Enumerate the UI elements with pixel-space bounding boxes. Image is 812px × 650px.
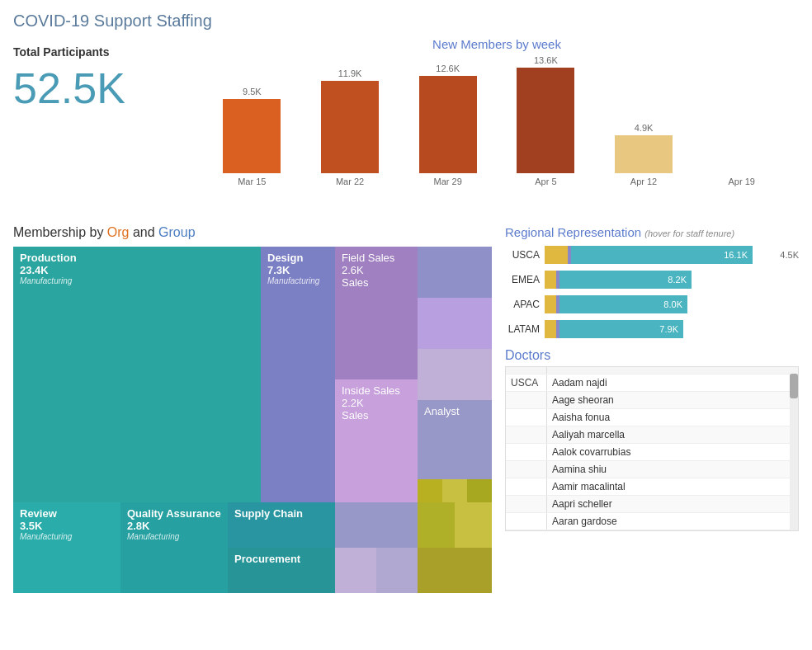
region-bar-latam: 7.9K — [545, 320, 776, 338]
treemap-procurement: Procurement — [228, 548, 335, 593]
membership-org: Org — [107, 225, 130, 239]
bar-group-1: 11.9KMar 22 — [301, 68, 399, 186]
dr-name: Aage sheoran — [547, 392, 798, 408]
total-participants-label: Total Participants — [13, 45, 178, 59]
procurement-name: Procurement — [234, 553, 328, 565]
doctors-table-header — [506, 367, 798, 374]
qa-name: Quality Assurance — [127, 507, 221, 520]
bar-chart-section: New Members by week 9.5KMar 1511.9KMar 2… — [195, 37, 799, 219]
doctors-row[interactable]: Aaran gardose — [506, 512, 798, 530]
field-sales-sub: Sales — [342, 276, 411, 289]
doctors-row[interactable]: Aaraon roosevelt — [506, 530, 798, 530]
total-participants-panel: Total Participants 52.5K — [13, 37, 178, 219]
doctors-row[interactable]: USCAAadam najdi — [506, 374, 798, 391]
qa-sub: Manufacturing — [127, 532, 221, 541]
dr-name: Aamina shiu — [547, 461, 798, 478]
bar-group-0: 9.5KMar 15 — [203, 87, 301, 186]
top-section: Total Participants 52.5K New Members by … — [0, 37, 812, 219]
dr-region — [506, 478, 547, 495]
region-label-usca: USCA — [505, 249, 540, 261]
latam-bar2: 7.9K — [559, 320, 683, 338]
latam-bar1 — [545, 320, 556, 338]
dr-name: Aapri scheller — [547, 496, 798, 512]
dr-region — [506, 409, 547, 426]
dr-name: Aaran gardose — [547, 513, 798, 530]
bottom-extra-2 — [335, 548, 418, 593]
dr-region — [506, 444, 547, 460]
treemap-design: Design 7.3K Manufacturing — [261, 247, 335, 502]
region-label-apac: APAC — [505, 299, 540, 310]
doctors-scrollbar-thumb[interactable] — [790, 374, 798, 398]
bar-label-1: Mar 22 — [336, 177, 364, 186]
treemap-extra-col: Analyst — [418, 247, 492, 502]
treemap: Production 23.4K Manufacturing Design 7.… — [13, 247, 492, 593]
inside-sales-name: Inside Sales — [342, 384, 411, 397]
bar-label-0: Mar 15 — [238, 177, 266, 186]
doctors-row[interactable]: Aaliyah marcella — [506, 426, 798, 443]
region-bar-usca: 16.1K — [545, 246, 772, 264]
treemap-sales-col: Field Sales 2.6K Sales Inside Sales 2.2K… — [335, 247, 418, 502]
usca-value2: 16.1K — [724, 250, 748, 260]
br3 — [418, 548, 492, 593]
field-sales-name: Field Sales — [342, 252, 411, 264]
region-row-latam: LATAM 7.9K — [505, 320, 799, 338]
bottom-sub2 — [376, 548, 418, 593]
production-value: 23.4K — [20, 264, 254, 276]
doctors-row[interactable]: Aamir macalintal — [506, 478, 798, 495]
dr-region — [506, 392, 547, 408]
doctors-row[interactable]: Aaisha fonua — [506, 408, 798, 426]
analyst-name: Analyst — [424, 405, 485, 417]
emea-bar2: 8.2K — [559, 271, 692, 289]
review-value: 3.5K — [20, 520, 114, 532]
apac-bar1 — [545, 295, 556, 313]
bar-rect-0 — [223, 99, 281, 173]
usca-bar1 — [545, 246, 568, 264]
bottom-sub1 — [335, 548, 376, 593]
treemap-qa: Quality Assurance 2.8K Manufacturing — [120, 502, 228, 593]
bar-group-5: Apr 19 — [692, 171, 791, 186]
treemap-production: Production 23.4K Manufacturing — [13, 247, 261, 502]
dr-name: Aamir macalintal — [547, 478, 798, 495]
bottom-right-extra — [418, 502, 492, 593]
doctors-table: USCAAadam najdiAage sheoranAaisha fonuaA… — [505, 366, 799, 531]
treemap-analyst: Analyst — [418, 400, 492, 479]
region-label-latam: LATAM — [505, 323, 540, 335]
qa-value: 2.8K — [127, 520, 221, 532]
membership-group: Group — [158, 225, 195, 239]
doctors-scrollbar[interactable] — [790, 374, 798, 530]
bar-label-3: Apr 5 — [535, 177, 556, 186]
tm-bottom-tiny — [418, 479, 492, 502]
dr-name: Aaliyah marcella — [547, 426, 798, 443]
emea-bar1 — [545, 271, 556, 289]
dr-region — [506, 426, 547, 443]
doctors-row[interactable]: Aage sheoran — [506, 391, 798, 408]
right-panel: Regional Representation (hover for staff… — [505, 225, 799, 593]
doctors-row[interactable]: Aapri scheller — [506, 495, 798, 512]
apac-bar2: 8.0K — [559, 295, 687, 313]
field-sales-value: 2.6K — [342, 264, 411, 276]
inside-sales-value: 2.2K — [342, 397, 411, 409]
treemap-bottom: Review 3.5K Manufacturing Quality Assura… — [13, 502, 492, 593]
production-sub: Manufacturing — [20, 276, 254, 285]
membership-section-title: Membership by Org and Group — [13, 225, 492, 240]
design-value: 7.3K — [267, 264, 328, 276]
br2 — [455, 502, 492, 548]
region-bar-apac: 8.0K — [545, 295, 776, 313]
dr-region — [506, 513, 547, 530]
bar-value-2: 12.6K — [436, 64, 460, 73]
apac-value: 8.0K — [663, 299, 682, 309]
dr-name: Aaisha fonua — [547, 409, 798, 426]
treemap-inside-sales: Inside Sales 2.2K Sales — [335, 379, 418, 502]
treemap-extra-bottom: Analyst — [418, 400, 492, 502]
doctors-row[interactable]: Aamina shiu — [506, 460, 798, 478]
tm-e3 — [418, 349, 492, 400]
design-sub: Manufacturing — [267, 276, 328, 285]
tm-bt3 — [467, 479, 492, 502]
bottom-extra — [335, 502, 418, 593]
treemap-extra-top — [418, 247, 492, 400]
tm-bt2 — [442, 479, 467, 502]
doctors-row[interactable]: Aalok covarrubias — [506, 443, 798, 460]
dr-region — [506, 461, 547, 478]
dr-name: Aadam najdi — [547, 374, 798, 391]
dr-region — [506, 496, 547, 512]
